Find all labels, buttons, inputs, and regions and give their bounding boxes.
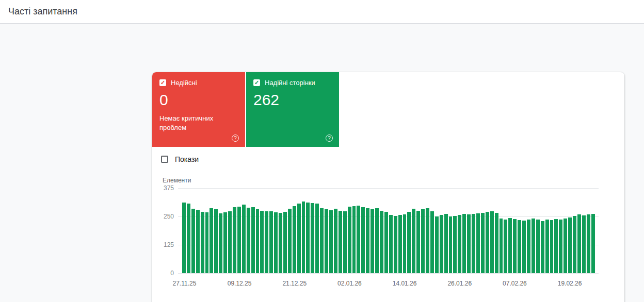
chart-bar[interactable] [577, 214, 581, 273]
chart-bar[interactable] [191, 209, 195, 273]
chart-bar[interactable] [582, 215, 586, 273]
chart-bar[interactable] [306, 203, 310, 273]
chart-bar[interactable] [343, 211, 347, 273]
chart-bar[interactable] [481, 213, 485, 273]
chart-bar[interactable] [462, 214, 466, 273]
chart-bar[interactable] [536, 220, 540, 273]
chart-bar[interactable] [237, 207, 241, 273]
chart-bar[interactable] [554, 219, 558, 273]
chart-bar[interactable] [214, 209, 218, 273]
chart-bar[interactable] [361, 207, 365, 273]
chart-bar[interactable] [182, 203, 186, 273]
chart-bar[interactable] [522, 221, 526, 273]
chart-bar[interactable] [449, 216, 453, 273]
impressions-checkbox[interactable] [161, 156, 168, 163]
chart-bar[interactable] [541, 221, 544, 273]
chart-bar[interactable] [564, 219, 567, 273]
chart-bar[interactable] [444, 214, 448, 273]
chart-bar[interactable] [490, 211, 494, 273]
chart-bar[interactable] [315, 204, 319, 273]
chart-bar[interactable] [421, 209, 425, 273]
help-icon[interactable]: ? [232, 135, 239, 142]
chart-bar[interactable] [329, 210, 333, 273]
chart-bar[interactable] [467, 214, 471, 273]
chart-bar[interactable] [352, 206, 356, 273]
chart-bar[interactable] [430, 211, 434, 273]
chart-bar[interactable] [297, 204, 301, 273]
chart-bar[interactable] [403, 214, 407, 273]
chart-bar[interactable] [453, 216, 457, 273]
chart-bar[interactable] [591, 214, 595, 273]
chart-bar[interactable] [348, 207, 351, 273]
chart-bar[interactable] [233, 207, 236, 273]
chart-bar[interactable] [205, 212, 209, 273]
chart-bar[interactable] [187, 204, 190, 273]
chart-bar[interactable] [416, 211, 420, 273]
chart-bar[interactable] [274, 212, 278, 273]
impressions-toggle[interactable]: Покази [161, 155, 199, 163]
chart-bar[interactable] [223, 212, 227, 273]
chart-bar[interactable] [394, 216, 397, 273]
chart-bar[interactable] [389, 215, 393, 273]
chart-bar[interactable] [568, 217, 572, 273]
chart-bar[interactable] [302, 202, 305, 273]
chart-bar[interactable] [384, 212, 388, 273]
chart-bar[interactable] [293, 206, 296, 273]
chart-bar[interactable] [398, 215, 402, 273]
chart-bar[interactable] [375, 208, 379, 273]
chart-bar[interactable] [508, 218, 512, 273]
chart-bar[interactable] [380, 211, 383, 273]
chart-bar[interactable] [587, 214, 590, 273]
chart-bar[interactable] [265, 211, 268, 273]
chart-bar[interactable] [472, 214, 475, 273]
valid-checkbox[interactable]: ✓ [253, 79, 260, 86]
chart-bar[interactable] [440, 215, 443, 273]
chart-bar[interactable] [339, 211, 342, 273]
chart-bar[interactable] [320, 208, 324, 273]
invalid-checkbox[interactable]: ✓ [159, 79, 166, 86]
valid-status-block[interactable]: ✓ Надійні сторінки 262 ? [246, 72, 339, 147]
chart-bar[interactable] [269, 211, 273, 273]
chart-bar[interactable] [550, 220, 554, 273]
chart-bar[interactable] [426, 208, 429, 273]
chart-bar[interactable] [283, 212, 287, 273]
chart-bar[interactable] [210, 208, 213, 273]
chart-bar[interactable] [260, 211, 264, 273]
chart-bar[interactable] [196, 210, 200, 273]
chart-bar[interactable] [219, 213, 222, 273]
chart-bar[interactable] [518, 220, 521, 273]
chart-bar[interactable] [527, 220, 530, 273]
chart-bar[interactable] [334, 209, 337, 273]
chart-bar[interactable] [532, 219, 535, 273]
chart-bar[interactable] [458, 215, 461, 273]
chart-bar[interactable] [242, 205, 246, 273]
chart-bar[interactable] [325, 209, 328, 273]
chart-bar[interactable] [486, 212, 489, 273]
chart-bar[interactable] [288, 209, 292, 273]
chart-bar[interactable] [201, 212, 204, 273]
chart-bar[interactable] [545, 220, 549, 273]
valid-count: 262 [253, 91, 332, 108]
chart-bar[interactable] [247, 208, 250, 273]
chart-bar[interactable] [495, 213, 498, 273]
chart-bar[interactable] [357, 206, 360, 273]
chart-bar[interactable] [476, 213, 480, 273]
help-icon[interactable]: ? [326, 135, 333, 142]
chart-bar[interactable] [412, 209, 415, 273]
chart-bar[interactable] [256, 209, 260, 273]
chart-bar[interactable] [559, 220, 562, 273]
chart-bar[interactable] [311, 203, 314, 273]
report-card: ✓ Недійсні 0 Немає критичних проблем ? ✓… [152, 72, 624, 302]
chart-bar[interactable] [573, 216, 576, 273]
chart-bar[interactable] [500, 219, 503, 273]
chart-bar[interactable] [513, 219, 517, 273]
chart-bar[interactable] [371, 209, 374, 273]
chart-bar[interactable] [407, 212, 411, 273]
invalid-status-block[interactable]: ✓ Недійсні 0 Немає критичних проблем ? [152, 72, 245, 147]
chart-bar[interactable] [228, 211, 232, 273]
chart-bar[interactable] [435, 216, 439, 273]
chart-bar[interactable] [366, 208, 369, 273]
chart-bar[interactable] [504, 220, 507, 273]
chart-bar[interactable] [251, 207, 255, 273]
chart-bar[interactable] [279, 213, 282, 273]
